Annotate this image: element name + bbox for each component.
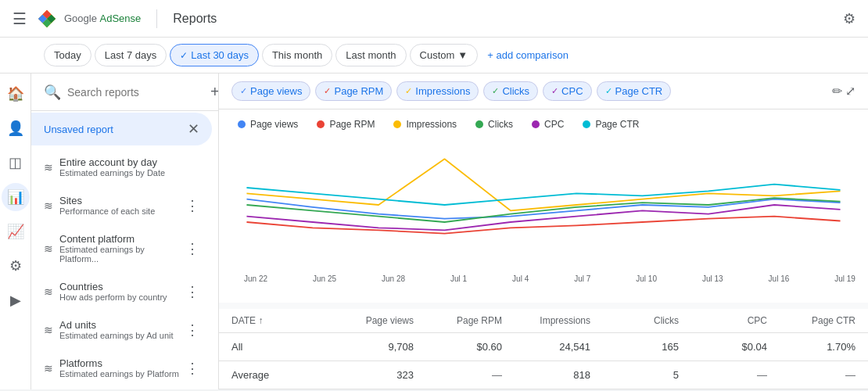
thismonth-filter[interactable]: This month: [262, 44, 332, 66]
chart-legend: Page views Page RPM Impressions Clicks C…: [219, 109, 868, 139]
sidebar-item-title-0: Entire account by day: [59, 156, 199, 168]
report-type-icon: ≋: [44, 285, 53, 298]
chip-check-icon: ✓: [324, 86, 331, 96]
sidebar-item-title-2: Content platform: [59, 233, 185, 245]
content-area: ✓ Page views ✓ Page RPM ✓ Impressions ✓ …: [219, 74, 868, 389]
nav-pages-icon[interactable]: ◫: [2, 149, 30, 177]
more-options-icon-2[interactable]: ⋮: [185, 240, 199, 257]
metric-chip-page-rpm[interactable]: ✓ Page RPM: [315, 81, 392, 101]
report-type-icon: ≋: [44, 199, 53, 212]
x-axis-label: Jul 13: [702, 274, 723, 283]
settings-icon[interactable]: ⚙: [843, 10, 855, 27]
report-type-icon: ≋: [44, 161, 53, 174]
lastmonth-filter[interactable]: Last month: [335, 44, 406, 66]
sidebar-item-subtitle-2: Estimated earnings by Platform...: [59, 245, 185, 264]
metric-chip-cpc[interactable]: ✓ CPC: [543, 81, 591, 101]
last7-filter[interactable]: Last 7 days: [95, 44, 167, 66]
nav-reports-icon[interactable]: 📊: [2, 183, 30, 211]
x-axis-label: Jun 28: [382, 274, 405, 283]
legend-dot-3: [475, 120, 483, 128]
sidebar-item-subtitle-0: Estimated earnings by Date: [59, 168, 199, 178]
nav-video-icon[interactable]: ▶: [2, 286, 30, 314]
unsaved-report-item[interactable]: Unsaved report ✕: [31, 113, 212, 145]
sidebar-item-2[interactable]: ≋ Content platform Estimated earnings by…: [31, 225, 212, 271]
expand-icon[interactable]: ⤢: [845, 84, 855, 99]
sidebar-item-subtitle-1: Performance of each site: [59, 206, 185, 216]
table-header-col-6: Page CTR: [767, 315, 855, 326]
table-cell-1-1: —: [414, 369, 502, 381]
custom-filter[interactable]: Custom ▼: [410, 44, 479, 66]
chart-line-impressions: [246, 159, 840, 210]
chart-area: Jun 22Jun 25Jun 28Jul 1Jul 4Jul 7Jul 10J…: [219, 139, 868, 303]
nav-person-icon[interactable]: 👤: [2, 114, 30, 142]
legend-item-1: Page RPM: [317, 119, 375, 130]
table-cell-1-4: —: [679, 369, 767, 381]
chip-label: CPC: [561, 85, 583, 97]
sidebar-item-subtitle-5: Estimated earnings by Platform: [59, 369, 185, 378]
metric-chip-page-ctr[interactable]: ✓ Page CTR: [597, 81, 672, 101]
table-cell-0-0: 9,708: [325, 341, 414, 353]
sidebar-item-1[interactable]: ≋ Sites Performance of each site ⋮: [31, 187, 212, 224]
chip-check-icon: ✓: [240, 86, 247, 96]
add-comparison-button[interactable]: + add comparison: [487, 49, 569, 61]
more-options-icon-3[interactable]: ⋮: [185, 283, 199, 300]
search-input[interactable]: [67, 86, 204, 99]
sidebar-item-title-3: Countries: [59, 281, 185, 292]
legend-dot-5: [583, 120, 590, 128]
metric-chips-bar: ✓ Page views ✓ Page RPM ✓ Impressions ✓ …: [219, 74, 868, 109]
table-cell-1-0: 323: [325, 369, 414, 381]
table-cell-0-1: $0.60: [414, 341, 502, 353]
legend-item-5: Page CTR: [583, 119, 639, 130]
more-options-icon-4[interactable]: ⋮: [185, 321, 199, 339]
more-options-icon-1[interactable]: ⋮: [185, 197, 199, 214]
sidebar-item-4[interactable]: ≋ Ad units Estimated earnings by Ad unit…: [31, 311, 212, 348]
close-unsaved-icon[interactable]: ✕: [188, 120, 199, 138]
chip-check-icon: ✓: [405, 86, 412, 96]
filter-bar: Today Last 7 days ✓ Last 30 days This mo…: [0, 38, 868, 74]
menu-icon[interactable]: ☰: [13, 9, 27, 28]
search-icon: 🔍: [44, 84, 61, 101]
metric-chip-impressions[interactable]: ✓ Impressions: [396, 81, 479, 101]
nav-settings-icon[interactable]: ⚙: [2, 252, 30, 280]
more-options-icon-5[interactable]: ⋮: [185, 360, 199, 377]
table-cell-0-3: 165: [590, 341, 679, 353]
chip-check-icon: ✓: [492, 86, 499, 96]
table-row-label-0: All: [231, 341, 325, 353]
x-axis-label: Jul 4: [512, 274, 529, 283]
today-filter[interactable]: Today: [44, 44, 91, 66]
table-header-col-0[interactable]: DATE ↑: [231, 315, 325, 326]
chip-label: Page views: [250, 85, 302, 97]
legend-label-2: Impressions: [406, 119, 457, 130]
sidebar-item-0[interactable]: ≋ Entire account by day Estimated earnin…: [31, 149, 212, 185]
edit-metrics-icon[interactable]: ✏: [832, 84, 842, 99]
sidebar-item-5[interactable]: ≋ Platforms Estimated earnings by Platfo…: [31, 350, 212, 386]
unsaved-report-title: Unsaved report: [44, 124, 188, 135]
table-cell-1-2: 818: [502, 369, 590, 381]
report-type-icon: ≋: [44, 324, 53, 336]
sidebar-item-3[interactable]: ≋ Countries How ads perform by country ⋮: [31, 273, 212, 310]
metric-chip-page-views[interactable]: ✓ Page views: [231, 81, 310, 101]
chip-check-icon: ✓: [551, 86, 558, 96]
last30-filter[interactable]: ✓ Last 30 days: [170, 44, 259, 66]
chip-check-icon: ✓: [605, 86, 612, 96]
legend-item-3: Clicks: [475, 119, 513, 130]
metric-chip-clicks[interactable]: ✓ Clicks: [483, 81, 538, 101]
legend-dot-2: [393, 120, 401, 128]
legend-item-4: CPC: [532, 119, 564, 130]
legend-dot-4: [532, 120, 540, 128]
chip-label: Impressions: [415, 85, 470, 97]
x-axis-label: Jul 19: [834, 274, 855, 283]
x-axis-label: Jul 16: [769, 274, 790, 283]
nav-home-icon[interactable]: 🏠: [2, 80, 30, 108]
nav-trends-icon[interactable]: 📈: [2, 217, 30, 246]
add-report-icon[interactable]: +: [210, 83, 219, 101]
data-table: DATE ↑Page viewsPage RPMImpressionsClick…: [219, 309, 868, 389]
chip-label: Page RPM: [334, 85, 383, 97]
sidebar-item-content-2: Content platform Estimated earnings by P…: [59, 233, 185, 264]
x-axis-label: Jun 22: [244, 274, 267, 283]
table-header-col-5: CPC: [679, 315, 767, 326]
sidebar-item-title-5: Platforms: [59, 357, 185, 369]
table-header-col-4: Clicks: [590, 315, 679, 326]
legend-item-0: Page views: [238, 119, 298, 130]
sidebar-item-subtitle-4: Estimated earnings by Ad unit: [59, 331, 185, 340]
